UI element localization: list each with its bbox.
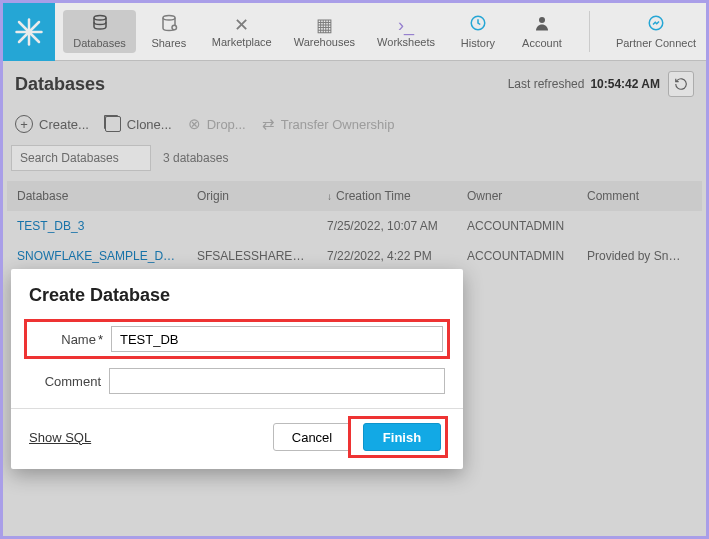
nav-worksheets[interactable]: ›_ Worksheets: [367, 12, 445, 52]
svg-point-4: [94, 16, 106, 21]
database-icon: [91, 14, 109, 35]
finish-button[interactable]: Finish: [363, 423, 441, 451]
show-sql-link[interactable]: Show SQL: [29, 430, 91, 445]
nav-warehouses[interactable]: ▦ Warehouses: [284, 12, 365, 52]
cell-comment: Provided by Snowflak...: [577, 249, 697, 263]
create-database-dialog: Create Database Name Comment Show SQL Ca…: [11, 269, 463, 469]
nav-history[interactable]: History: [447, 10, 509, 53]
comment-input[interactable]: [109, 368, 445, 394]
warehouse-icon: ▦: [316, 16, 333, 34]
nav-shares[interactable]: Shares: [138, 10, 200, 53]
last-refreshed-label: Last refreshed: [508, 77, 585, 91]
nav-divider: [589, 11, 590, 52]
partner-icon: [647, 14, 665, 35]
nav-label: Warehouses: [294, 36, 355, 48]
table-header: Database Origin ↓Creation Time Owner Com…: [7, 181, 702, 211]
last-refreshed-time: 10:54:42 AM: [590, 77, 660, 91]
col-comment[interactable]: Comment: [577, 189, 697, 203]
nav-account[interactable]: Account: [511, 10, 573, 53]
db-name-link[interactable]: SNOWFLAKE_SAMPLE_DATA: [7, 249, 187, 263]
name-input[interactable]: [111, 326, 443, 352]
nav-label: Worksheets: [377, 36, 435, 48]
name-label: Name: [31, 332, 111, 347]
page-header: Databases Last refreshed 10:54:42 AM: [3, 61, 706, 107]
transfer-ownership-button[interactable]: ⇄ Transfer Ownership: [262, 115, 395, 133]
nav-databases[interactable]: Databases: [63, 10, 136, 53]
cancel-button[interactable]: Cancel: [273, 423, 351, 451]
clone-label: Clone...: [127, 117, 172, 132]
page-title: Databases: [15, 74, 105, 95]
actions-toolbar: + Create... Clone... ⊗ Drop... ⇄ Transfe…: [3, 107, 706, 141]
clone-icon: [105, 116, 121, 132]
search-input[interactable]: [11, 145, 151, 171]
col-origin[interactable]: Origin: [187, 189, 317, 203]
clone-button[interactable]: Clone...: [105, 116, 172, 132]
col-owner[interactable]: Owner: [457, 189, 577, 203]
dialog-footer: Show SQL Cancel Finish: [29, 419, 445, 455]
databases-table: Database Origin ↓Creation Time Owner Com…: [7, 181, 702, 271]
cell-owner: ACCOUNTADMIN: [457, 219, 577, 233]
create-label: Create...: [39, 117, 89, 132]
db-name-link[interactable]: TEST_DB_3: [7, 219, 187, 233]
share-icon: [160, 14, 178, 35]
svg-point-6: [172, 25, 177, 30]
svg-point-5: [163, 16, 175, 21]
col-database[interactable]: Database: [7, 189, 187, 203]
drop-label: Drop...: [207, 117, 246, 132]
svg-point-8: [539, 17, 545, 23]
database-count: 3 databases: [163, 151, 228, 165]
nav-label: Shares: [151, 37, 186, 49]
cell-origin: SFSALESSHARED.S...: [187, 249, 317, 263]
nav-label: Marketplace: [212, 36, 272, 48]
sort-desc-icon: ↓: [327, 191, 332, 202]
account-icon: [533, 14, 551, 35]
refresh-icon: [674, 77, 688, 91]
nav-marketplace[interactable]: ✕ Marketplace: [202, 12, 282, 52]
nav-partner-connect[interactable]: Partner Connect: [606, 10, 706, 53]
nav-label: History: [461, 37, 495, 49]
table-row[interactable]: TEST_DB_3 7/25/2022, 10:07 AM ACCOUNTADM…: [7, 211, 702, 241]
dialog-title: Create Database: [29, 285, 445, 306]
history-icon: [469, 14, 487, 35]
plus-icon: +: [15, 115, 33, 133]
dialog-separator: [11, 408, 463, 409]
col-creation-time[interactable]: ↓Creation Time: [317, 189, 457, 203]
refresh-button[interactable]: [668, 71, 694, 97]
nav-label: Account: [522, 37, 562, 49]
top-nav: Databases Shares ✕ Marketplace ▦ Warehou…: [3, 3, 706, 61]
search-row: 3 databases: [3, 141, 706, 181]
create-button[interactable]: + Create...: [15, 115, 89, 133]
drop-icon: ⊗: [188, 115, 201, 133]
cell-owner: ACCOUNTADMIN: [457, 249, 577, 263]
table-row[interactable]: SNOWFLAKE_SAMPLE_DATA SFSALESSHARED.S...…: [7, 241, 702, 271]
nav-label: Databases: [73, 37, 126, 49]
cell-creation-time: 7/22/2022, 4:22 PM: [317, 249, 457, 263]
nav-label: Partner Connect: [616, 37, 696, 49]
transfer-icon: ⇄: [262, 115, 275, 133]
cell-creation-time: 7/25/2022, 10:07 AM: [317, 219, 457, 233]
worksheet-icon: ›_: [398, 16, 414, 34]
snowflake-logo[interactable]: [3, 3, 55, 61]
marketplace-icon: ✕: [234, 16, 249, 34]
comment-label: Comment: [29, 374, 109, 389]
transfer-label: Transfer Ownership: [281, 117, 395, 132]
drop-button[interactable]: ⊗ Drop...: [188, 115, 246, 133]
